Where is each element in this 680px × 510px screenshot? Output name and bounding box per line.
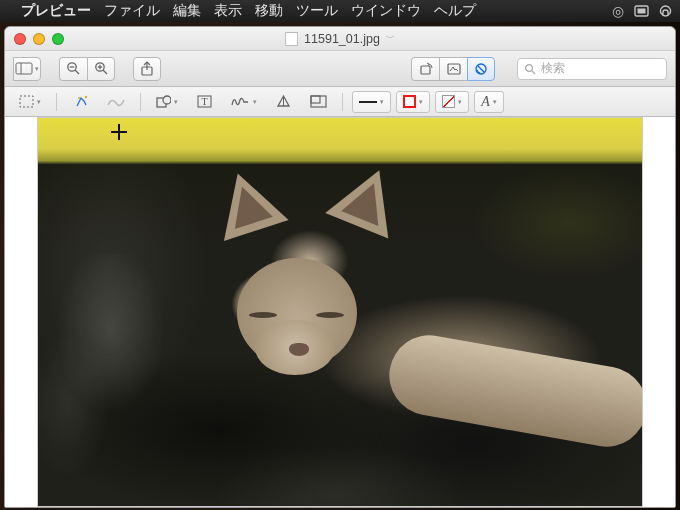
- svg-point-19: [84, 96, 86, 98]
- markup-toggle-button[interactable]: [467, 57, 495, 81]
- svg-line-8: [103, 70, 107, 74]
- menu-view[interactable]: 表示: [214, 2, 242, 20]
- menu-edit[interactable]: 編集: [173, 2, 201, 20]
- menu-file[interactable]: ファイル: [104, 2, 160, 20]
- svg-line-5: [75, 70, 79, 74]
- line-style-button[interactable]: ▾: [352, 91, 391, 113]
- text-button[interactable]: T: [189, 91, 219, 113]
- shapes-button[interactable]: ▾: [150, 91, 184, 113]
- sketch-button[interactable]: [101, 91, 131, 113]
- svg-line-17: [532, 71, 535, 74]
- menu-help[interactable]: ヘルプ: [434, 2, 476, 20]
- svg-rect-2: [16, 63, 32, 74]
- menubar-app-name[interactable]: プレビュー: [21, 2, 91, 20]
- document-proxy-icon[interactable]: [285, 32, 298, 46]
- rotate-left-button[interactable]: [411, 57, 439, 81]
- menu-tools[interactable]: ツール: [296, 2, 338, 20]
- minimize-button[interactable]: [33, 33, 45, 45]
- menu-window[interactable]: ウインドウ: [351, 2, 421, 20]
- preview-window: 11591_01.jpg ﹀ ▾: [4, 26, 676, 508]
- svg-point-22: [163, 96, 171, 104]
- sidebar-toggle-button[interactable]: ▾: [13, 57, 41, 81]
- search-placeholder: 検索: [541, 60, 565, 77]
- fill-color-button[interactable]: ▾: [435, 91, 469, 113]
- svg-rect-27: [311, 96, 326, 107]
- svg-point-20: [78, 97, 80, 99]
- share-button[interactable]: [133, 57, 161, 81]
- selection-tool-button[interactable]: ▾: [13, 91, 47, 113]
- menubar: プレビュー ファイル 編集 表示 移動 ツール ウインドウ ヘルプ ◎: [0, 0, 680, 22]
- siri-icon[interactable]: ◎: [612, 3, 624, 19]
- svg-point-16: [526, 64, 533, 71]
- instant-alpha-button[interactable]: [66, 91, 96, 113]
- svg-text:T: T: [201, 96, 207, 107]
- image-content: [38, 118, 642, 506]
- title-menu-chevron-icon[interactable]: ﹀: [386, 32, 395, 45]
- sign-button[interactable]: ▾: [224, 91, 263, 113]
- zoom-button[interactable]: [52, 33, 64, 45]
- fast-user-switch-icon[interactable]: [659, 5, 672, 18]
- menu-go[interactable]: 移動: [255, 2, 283, 20]
- stroke-color-button[interactable]: ▾: [396, 91, 430, 113]
- search-icon: [524, 63, 536, 75]
- desktop: 11591_01.jpg ﹀ ▾: [0, 22, 680, 510]
- main-toolbar: ▾: [5, 51, 675, 87]
- svg-rect-28: [311, 96, 320, 103]
- window-title[interactable]: 11591_01.jpg ﹀: [285, 32, 395, 46]
- markup-toolbar: ▾ ▾ T ▾: [5, 87, 675, 117]
- menubar-status-area: ◎: [612, 0, 672, 22]
- zoom-in-button[interactable]: [87, 57, 115, 81]
- search-field[interactable]: 検索: [517, 58, 667, 80]
- adjust-color-button[interactable]: [268, 91, 298, 113]
- font-style-button[interactable]: A▾: [474, 91, 504, 113]
- svg-rect-1: [638, 9, 646, 14]
- svg-rect-13: [421, 66, 430, 74]
- adjust-size-button[interactable]: [303, 91, 333, 113]
- content-area: [5, 117, 675, 507]
- zoom-out-button[interactable]: [59, 57, 87, 81]
- traffic-lights: [5, 33, 64, 45]
- filename-label: 11591_01.jpg: [304, 32, 380, 46]
- control-strip-icon[interactable]: [634, 5, 649, 17]
- image-canvas[interactable]: [37, 117, 643, 507]
- close-button[interactable]: [14, 33, 26, 45]
- svg-rect-18: [20, 96, 33, 107]
- annotate-button[interactable]: [439, 57, 467, 81]
- titlebar[interactable]: 11591_01.jpg ﹀: [5, 27, 675, 51]
